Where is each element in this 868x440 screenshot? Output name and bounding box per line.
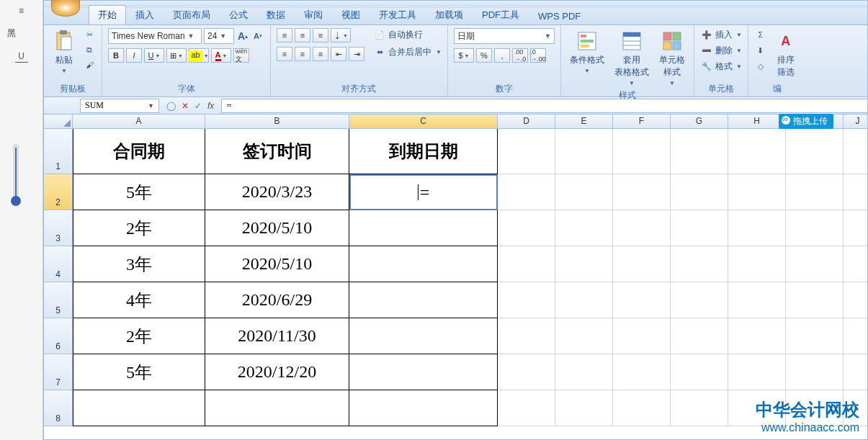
cell-G1[interactable]: [671, 129, 728, 174]
cell-I7[interactable]: [786, 354, 844, 390]
font-size-combo[interactable]: 24▼: [204, 28, 234, 44]
cell-I3[interactable]: [786, 210, 844, 246]
cell-G4[interactable]: [671, 246, 728, 282]
cell-C6[interactable]: [349, 318, 498, 354]
increase-indent-button[interactable]: ⇥: [349, 47, 364, 61]
underline-icon[interactable]: U: [15, 50, 28, 63]
align-middle-button[interactable]: ≡: [295, 28, 310, 42]
cell-I6[interactable]: [786, 318, 844, 354]
cell-A2[interactable]: 5年: [73, 174, 205, 210]
cell-J5[interactable]: [844, 282, 867, 318]
cell-H2[interactable]: [728, 174, 786, 210]
cell-B7[interactable]: 2020/12/20: [205, 354, 349, 390]
cell-G5[interactable]: [671, 282, 728, 318]
cell-D3[interactable]: [498, 210, 555, 246]
cell-F3[interactable]: [613, 210, 671, 246]
align-top-button[interactable]: ≡: [277, 28, 292, 42]
tab-页面布局[interactable]: 页面布局: [164, 5, 220, 24]
cell-H3[interactable]: [728, 210, 786, 246]
cell-C4[interactable]: [349, 246, 498, 282]
cell-J1[interactable]: [844, 129, 867, 174]
column-header-C[interactable]: C: [349, 115, 498, 129]
tab-PDF工具[interactable]: PDF工具: [473, 5, 529, 24]
cell-G8[interactable]: [671, 390, 728, 426]
cell-H7[interactable]: [728, 354, 786, 390]
cell-F5[interactable]: [613, 282, 671, 318]
tab-插入[interactable]: 插入: [126, 5, 164, 24]
cell-J7[interactable]: [844, 354, 867, 390]
accept-icon[interactable]: ✓: [194, 101, 202, 111]
cell-F1[interactable]: [613, 129, 671, 174]
cell-I2[interactable]: [786, 174, 844, 210]
delete-cells-button[interactable]: ➖删除▼: [700, 44, 742, 57]
cell-H1[interactable]: [728, 129, 786, 174]
conditional-format-button[interactable]: 条件格式▼: [567, 28, 607, 76]
row-header-5[interactable]: 5: [44, 282, 73, 318]
row-header-4[interactable]: 4: [44, 246, 73, 282]
cell-J4[interactable]: [844, 246, 867, 282]
cell-A7[interactable]: 5年: [73, 354, 205, 390]
merge-center-button[interactable]: ⬌合并后居中▼: [373, 45, 442, 58]
cell-G6[interactable]: [671, 318, 728, 354]
cell-C1[interactable]: 到期日期: [349, 129, 498, 174]
cell-B5[interactable]: 2020/6/29: [205, 282, 349, 318]
column-header-J[interactable]: J: [844, 115, 867, 129]
grow-font-button[interactable]: A▴: [236, 30, 249, 42]
cell-D2[interactable]: [498, 174, 555, 210]
cell-G3[interactable]: [671, 210, 728, 246]
align-bottom-button[interactable]: ≡: [313, 28, 328, 42]
cell-C7[interactable]: [349, 354, 498, 390]
cell-B3[interactable]: 2020/5/10: [205, 210, 349, 246]
border-button[interactable]: ⊞▼: [166, 48, 187, 63]
align-center-button[interactable]: ≡: [295, 47, 310, 61]
cell-C2[interactable]: =: [349, 174, 498, 210]
cell-D4[interactable]: [498, 246, 555, 282]
cell-I4[interactable]: [786, 246, 844, 282]
tab-公式[interactable]: 公式: [220, 5, 257, 24]
cell-D6[interactable]: [498, 318, 555, 354]
cell-E4[interactable]: [555, 246, 613, 282]
cell-B6[interactable]: 2020/11/30: [205, 318, 349, 354]
cell-B2[interactable]: 2020/3/23: [205, 174, 349, 210]
cell-B8[interactable]: [205, 390, 349, 426]
shrink-font-button[interactable]: A▾: [251, 30, 264, 42]
cancel-icon[interactable]: ✕: [182, 101, 189, 111]
column-header-F[interactable]: F: [613, 115, 671, 129]
cell-C5[interactable]: [349, 282, 498, 318]
format-painter-button[interactable]: 🖌: [83, 58, 96, 71]
format-cells-button[interactable]: 🔧格式▼: [700, 60, 742, 73]
select-all-corner[interactable]: [44, 115, 73, 129]
cell-H6[interactable]: [728, 318, 786, 354]
cell-C3[interactable]: [349, 210, 498, 246]
cell-A1[interactable]: 合同期: [73, 129, 205, 174]
insert-cells-button[interactable]: ➕插入▼: [700, 28, 742, 41]
align-left-button[interactable]: ≡: [277, 47, 292, 61]
autosum-button[interactable]: Σ: [754, 28, 767, 41]
bold-button[interactable]: B: [108, 48, 124, 63]
row-header-1[interactable]: 1: [44, 129, 73, 174]
cell-J6[interactable]: [844, 318, 867, 354]
tab-审阅[interactable]: 审阅: [295, 5, 332, 24]
cell-A8[interactable]: [73, 390, 205, 426]
cell-A5[interactable]: 4年: [73, 282, 205, 318]
sort-filter-button[interactable]: A 排序 筛选: [771, 28, 800, 80]
column-header-D[interactable]: D: [498, 115, 555, 129]
cell-E7[interactable]: [555, 354, 613, 390]
copy-button[interactable]: ⧉: [83, 43, 96, 56]
cell-styles-button[interactable]: 单元格 样式▼: [656, 28, 688, 88]
cell-E1[interactable]: [555, 129, 613, 174]
office-button[interactable]: [51, 0, 80, 17]
column-header-A[interactable]: A: [73, 115, 205, 129]
tab-WPS PDF[interactable]: WPS PDF: [529, 7, 590, 24]
cell-D8[interactable]: [498, 390, 555, 426]
cell-F4[interactable]: [613, 246, 671, 282]
cell-D5[interactable]: [498, 282, 555, 318]
fx-icon[interactable]: fx: [207, 101, 214, 111]
font-color-button[interactable]: A▼: [211, 48, 231, 63]
tab-数据[interactable]: 数据: [257, 5, 295, 24]
cell-I5[interactable]: [786, 282, 844, 318]
cell-D7[interactable]: [498, 354, 555, 390]
cell-E2[interactable]: [555, 174, 613, 210]
name-box[interactable]: SUM▼: [80, 99, 159, 113]
tab-开发工具[interactable]: 开发工具: [370, 5, 426, 24]
